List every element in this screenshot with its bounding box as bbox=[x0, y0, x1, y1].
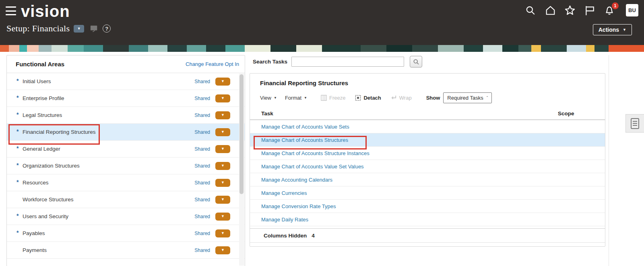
chevron-down-icon: ˆ︎ bbox=[487, 96, 488, 100]
shared-dropdown-button[interactable]: ▼ bbox=[215, 145, 230, 153]
chevron-down-icon: ▼ bbox=[304, 96, 307, 100]
functional-area-label: Initial Users bbox=[23, 78, 51, 84]
required-asterisk: * bbox=[17, 229, 23, 236]
search-tasks-label: Search Tasks bbox=[253, 59, 287, 65]
functional-area-row[interactable]: * Resources Shared ▼ bbox=[7, 174, 245, 191]
functional-area-row[interactable]: * Organization Structures Shared ▼ bbox=[7, 158, 245, 174]
chevron-down-icon: ▼ bbox=[221, 231, 225, 235]
user-avatar[interactable]: BU bbox=[626, 4, 638, 16]
functional-area-label: Payments bbox=[23, 247, 47, 253]
shared-label: Shared bbox=[194, 96, 210, 101]
chevron-down-icon: ▼ bbox=[221, 147, 225, 151]
task-row: Manage Accounting Calendars bbox=[250, 173, 605, 186]
favorites-star-icon[interactable] bbox=[564, 5, 576, 16]
functional-area-row[interactable]: * Initial Users Shared ▼ bbox=[7, 73, 245, 90]
view-menu[interactable]: View▼ bbox=[260, 95, 277, 101]
panel-splitter bbox=[609, 55, 609, 266]
shared-label: Shared bbox=[194, 180, 210, 186]
tasks-toolbar: View▼ Format▼ Freeze Detach Wrap Show Re… bbox=[260, 92, 605, 103]
task-link[interactable]: Manage Conversion Rate Types bbox=[261, 203, 336, 209]
notification-badge: 1 bbox=[612, 2, 619, 9]
navigator-menu-icon[interactable] bbox=[6, 6, 16, 15]
task-link[interactable]: Manage Daily Rates bbox=[261, 217, 308, 223]
functional-area-row[interactable]: Workforce Structures Shared ▼ bbox=[7, 191, 245, 208]
functional-area-label: Resources bbox=[23, 180, 49, 186]
help-icon[interactable]: ? bbox=[103, 25, 111, 33]
search-tasks-input[interactable] bbox=[291, 57, 404, 67]
functional-area-row[interactable]: * Payables Shared ▼ bbox=[7, 225, 245, 242]
task-link[interactable]: Manage Accounting Calendars bbox=[261, 177, 332, 183]
app-header: vision 1 BU Setup: Financials ▼ ? Action… bbox=[0, 0, 644, 45]
feedback-icon[interactable] bbox=[90, 25, 99, 33]
shared-dropdown-button[interactable]: ▼ bbox=[215, 213, 230, 221]
format-menu[interactable]: Format▼ bbox=[285, 95, 307, 101]
task-row: Manage Chart of Accounts Structure Insta… bbox=[250, 147, 605, 160]
detach-icon bbox=[355, 95, 361, 101]
task-row: Manage Conversion Rate Types bbox=[250, 200, 605, 213]
decorative-banner bbox=[0, 45, 644, 52]
page-title: Setup: Financials bbox=[6, 23, 70, 34]
home-icon[interactable] bbox=[545, 5, 556, 16]
functional-area-row[interactable]: * Legal Structures Shared ▼ bbox=[7, 107, 245, 124]
tasks-table-header: Task Scope bbox=[250, 108, 605, 120]
task-column-header: Task bbox=[261, 110, 558, 117]
chevron-down-icon: ▼ bbox=[221, 130, 225, 134]
shared-label: Shared bbox=[194, 79, 210, 84]
functional-area-row[interactable]: * Enterprise Profile Shared ▼ bbox=[7, 90, 245, 107]
task-link[interactable]: Manage Currencies bbox=[261, 190, 307, 196]
columns-hidden-count: 4 bbox=[312, 233, 315, 239]
required-asterisk: * bbox=[17, 78, 23, 84]
main-content: Functional Areas Change Feature Opt In *… bbox=[0, 52, 644, 266]
chevron-down-icon: ▼ bbox=[221, 96, 225, 100]
wrap-button: Wrap bbox=[391, 95, 412, 101]
functional-areas-list: * Initial Users Shared ▼ * Enterprise Pr… bbox=[7, 73, 245, 259]
functional-area-label: Legal Structures bbox=[23, 112, 62, 118]
functional-area-label: Financial Reporting Structures bbox=[23, 129, 96, 135]
task-link[interactable]: Manage Chart of Accounts Structure Insta… bbox=[261, 150, 369, 156]
task-link[interactable]: Manage Chart of Accounts Value Sets bbox=[261, 124, 349, 130]
task-row: Manage Daily Rates bbox=[250, 213, 605, 226]
shared-dropdown-button[interactable]: ▼ bbox=[215, 128, 230, 136]
shared-dropdown-button[interactable]: ▼ bbox=[215, 78, 230, 86]
shared-label: Shared bbox=[194, 231, 210, 236]
tasks-panel-title: Financial Reporting Structures bbox=[250, 74, 605, 86]
scrollbar-thumb[interactable] bbox=[239, 74, 244, 194]
search-tasks-row: Search Tasks bbox=[253, 56, 422, 68]
functional-area-label: Users and Security bbox=[23, 213, 68, 219]
task-link[interactable]: Manage Chart of Accounts Structures bbox=[261, 137, 348, 143]
shared-dropdown-button[interactable]: ▼ bbox=[215, 94, 230, 102]
search-icon[interactable] bbox=[525, 5, 536, 16]
scope-column-header: Scope bbox=[558, 110, 574, 117]
shared-dropdown-button[interactable]: ▼ bbox=[215, 162, 230, 170]
functional-areas-panel: Functional Areas Change Feature Opt In *… bbox=[6, 55, 245, 266]
shared-dropdown-button[interactable]: ▼ bbox=[215, 111, 230, 119]
setup-dropdown-icon[interactable]: ▼ bbox=[74, 25, 84, 33]
show-label: Show bbox=[426, 95, 440, 101]
required-asterisk: * bbox=[17, 128, 23, 135]
task-link[interactable]: Manage Chart of Accounts Value Set Value… bbox=[261, 164, 364, 170]
chevron-down-icon: ▼ bbox=[221, 181, 225, 184]
functional-area-label: Workforce Structures bbox=[23, 196, 74, 203]
watchlist-flag-icon[interactable] bbox=[584, 5, 595, 16]
restore-pane-tab[interactable] bbox=[625, 114, 644, 133]
notifications-bell-icon[interactable]: 1 bbox=[604, 5, 615, 16]
change-feature-opt-in-link[interactable]: Change Feature Opt In bbox=[186, 61, 239, 67]
functional-area-label: Payables bbox=[23, 230, 45, 236]
functional-area-row[interactable]: * Users and Security Shared ▼ bbox=[7, 208, 245, 225]
show-tasks-select[interactable]: Required Tasksˆ︎ bbox=[443, 92, 492, 103]
functional-area-row[interactable]: * General Ledger Shared ▼ bbox=[7, 141, 245, 158]
required-asterisk: * bbox=[17, 145, 23, 151]
shared-dropdown-button[interactable]: ▼ bbox=[215, 246, 230, 254]
shared-label: Shared bbox=[194, 197, 210, 203]
actions-button[interactable]: Actions▼ bbox=[593, 24, 632, 35]
detach-button[interactable]: Detach bbox=[355, 95, 381, 101]
shared-dropdown-button[interactable]: ▼ bbox=[215, 196, 230, 204]
shared-dropdown-button[interactable]: ▼ bbox=[215, 179, 230, 187]
chevron-down-icon: ▼ bbox=[221, 80, 225, 83]
shared-label: Shared bbox=[194, 113, 210, 118]
shared-label: Shared bbox=[194, 129, 210, 135]
functional-area-row[interactable]: * Financial Reporting Structures Shared … bbox=[7, 124, 245, 141]
search-tasks-button[interactable] bbox=[410, 56, 422, 68]
functional-area-row[interactable]: Payments Shared ▼ bbox=[7, 242, 245, 259]
shared-dropdown-button[interactable]: ▼ bbox=[215, 229, 230, 237]
